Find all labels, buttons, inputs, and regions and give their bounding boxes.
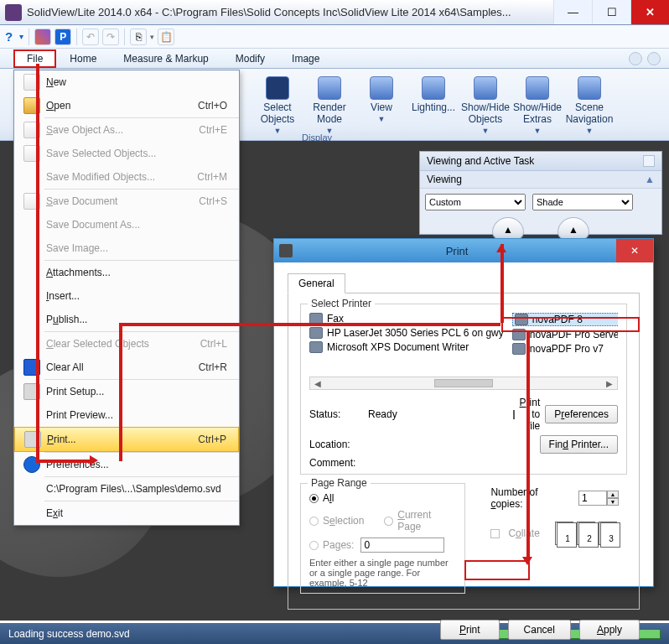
printer-item[interactable]: novaPDF Pro Server v7	[512, 329, 618, 340]
ribbon-label: Scene Navigation	[566, 101, 614, 125]
file-menu-item[interactable]: Exit	[14, 501, 239, 525]
file-menu-item[interactable]: Attachments...	[14, 261, 239, 284]
print-dialog-titlebar: Print ✕	[274, 239, 653, 262]
view-preset-select[interactable]: Custom	[425, 194, 526, 210]
printer-icon	[24, 431, 41, 448]
menu-item-shortcut: Ctrl+P	[198, 434, 231, 445]
close-button[interactable]: ✕	[630, 0, 669, 24]
menu-measure[interactable]: Measure & Markup	[110, 49, 221, 68]
file-menu-item: Save Object As...Ctrl+E	[14, 118, 239, 142]
file-menu-item[interactable]: OpenCtrl+O	[14, 94, 239, 117]
select-printer-group: Select Printer FaxHP LaserJet 3050 Serie…	[300, 304, 627, 475]
copies-spinner[interactable]: ▲▼	[578, 491, 619, 506]
viewing-panel-title: Viewing and Active Task	[427, 155, 534, 167]
file-menu-item: Save DocumentCtrl+S	[14, 190, 239, 213]
menu-item-label: Insert...	[46, 290, 232, 302]
radio-all[interactable]: All	[309, 492, 456, 504]
apply-button[interactable]: Apply	[579, 620, 640, 640]
copies-label: Number of copies:	[490, 486, 572, 510]
menu-item-shortcut: Ctrl+R	[199, 361, 232, 373]
print-dialog-close-button[interactable]: ✕	[616, 239, 653, 262]
redo-icon[interactable]: ↷	[102, 29, 119, 45]
file-menu-item[interactable]: New	[14, 70, 239, 94]
collapse-icon[interactable]: ▲	[645, 174, 655, 185]
menu-home[interactable]: Home	[56, 49, 110, 68]
spin-down[interactable]: ▼	[607, 498, 619, 506]
file-menu-item: Save Image...	[14, 236, 239, 260]
tab-general[interactable]: General	[288, 273, 345, 293]
qa-icon-6[interactable]: 📋	[158, 29, 174, 45]
menu-item-label: Clear All	[46, 361, 199, 373]
qa-icon-1[interactable]	[34, 29, 51, 45]
minimize-button[interactable]: —	[553, 0, 592, 24]
cancel-button[interactable]: Cancel	[508, 620, 571, 640]
ribbon-show-hide-objects[interactable]: Show/Hide Objects▼	[459, 72, 511, 140]
help-ribbon-icon[interactable]	[647, 52, 661, 65]
file-menu-item[interactable]: Print Preview...	[14, 403, 239, 427]
file-menu-item[interactable]: Insert...	[14, 284, 239, 308]
menu-item-label: Save Document	[46, 195, 199, 207]
collate-checkbox	[490, 529, 500, 538]
file-menu-item[interactable]: C:\Program Files\...\Samples\demo.svd	[14, 477, 239, 501]
ribbon-select-objects[interactable]: Select Objects▼	[252, 72, 303, 140]
menu-modify[interactable]: Modify	[222, 49, 278, 68]
menu-item-label: Print Preview...	[46, 409, 232, 421]
preferences-button[interactable]: Preferences	[545, 405, 618, 423]
file-menu-item[interactable]: Print Setup...	[14, 380, 239, 403]
menu-file[interactable]: File	[13, 49, 56, 68]
printer-list-scrollbar[interactable]: ◀▶	[309, 377, 618, 390]
printer-item[interactable]: novaPDF 8	[512, 313, 618, 326]
maximize-button[interactable]: ☐	[592, 0, 630, 24]
page-range-legend: Page Range	[308, 477, 371, 489]
render-mode-select[interactable]: Shade	[532, 194, 633, 210]
menu-image[interactable]: Image	[278, 49, 333, 68]
menu-item-label: Save Object As...	[46, 124, 199, 136]
printer-item[interactable]: Microsoft XPS Document Writer	[309, 341, 504, 353]
printer-list[interactable]: FaxHP LaserJet 3050 Series PCL 6 on gwyM…	[309, 313, 618, 373]
pages-input[interactable]	[360, 538, 444, 553]
radio-selection: Selection	[309, 509, 364, 532]
copies-input[interactable]	[578, 491, 607, 506]
ribbon-lighting-[interactable]: Lighting...	[407, 72, 459, 140]
printer-item[interactable]: HP LaserJet 3050 Series PCL 6 on gwy	[309, 327, 504, 339]
ribbon-label: Lighting...	[412, 101, 455, 113]
spin-up[interactable]: ▲	[607, 491, 619, 498]
file-menu-item: Save Document As...	[14, 213, 239, 236]
ribbon-label: Show/Hide Extras	[513, 101, 562, 125]
menu-item-label: Print Setup...	[46, 386, 232, 397]
undo-icon[interactable]: ↶	[82, 29, 99, 45]
ribbon-render-mode[interactable]: Render Mode▼	[303, 72, 355, 140]
window-title: SolidView/Lite 2014.0 x64 - C:\Program F…	[27, 6, 511, 18]
radio-pages: Pages:	[309, 539, 354, 551]
status-value: Ready	[368, 408, 517, 420]
menu-item-label: Clear Selected Objects	[46, 338, 200, 350]
file-menu: NewOpenCtrl+OSave Object As...Ctrl+ESave…	[13, 70, 240, 526]
ribbon-show-hide-extras[interactable]: Show/Hide Extras▼	[511, 72, 563, 140]
qa-icon-2[interactable]: P	[54, 29, 71, 45]
copy-icon[interactable]: ⎘	[130, 29, 147, 45]
ribbon-label: Show/Hide Objects	[461, 101, 510, 125]
print-button[interactable]: Print	[440, 620, 500, 640]
copies-group: Number of copies: ▲▼ Collate 1 2 3	[482, 483, 627, 594]
status-label: Status:	[309, 408, 368, 420]
file-menu-item[interactable]: Clear AllCtrl+R	[14, 356, 239, 379]
pin-icon[interactable]	[643, 155, 655, 167]
ribbon-view[interactable]: View▼	[355, 72, 407, 140]
collate-label: Collate	[508, 527, 539, 539]
menu-item-label: Save Document As...	[46, 219, 232, 231]
printer-item[interactable]: novaPDF Pro v7	[512, 343, 618, 355]
ribbon-icon	[370, 76, 393, 100]
file-menu-item[interactable]: Print...Ctrl+P	[14, 427, 239, 452]
titlebar: SolidView/Lite 2014.0 x64 - C:\Program F…	[0, 0, 669, 25]
help-icon[interactable]: ?	[5, 29, 13, 44]
file-menu-item[interactable]: Preferences...	[14, 453, 239, 476]
printer-icon	[309, 327, 323, 339]
status-text: Loading success demo.svd	[8, 628, 130, 640]
find-printer-button[interactable]: Find Printer...	[540, 435, 618, 454]
ribbon-scene-navigation[interactable]: Scene Navigation▼	[563, 72, 615, 140]
print-to-file-checkbox[interactable]	[513, 410, 515, 419]
app-icon	[5, 4, 22, 21]
file-menu-item[interactable]: Publish...	[14, 308, 239, 331]
collapse-ribbon-icon[interactable]	[629, 52, 642, 65]
printer-item[interactable]: Fax	[309, 313, 504, 325]
